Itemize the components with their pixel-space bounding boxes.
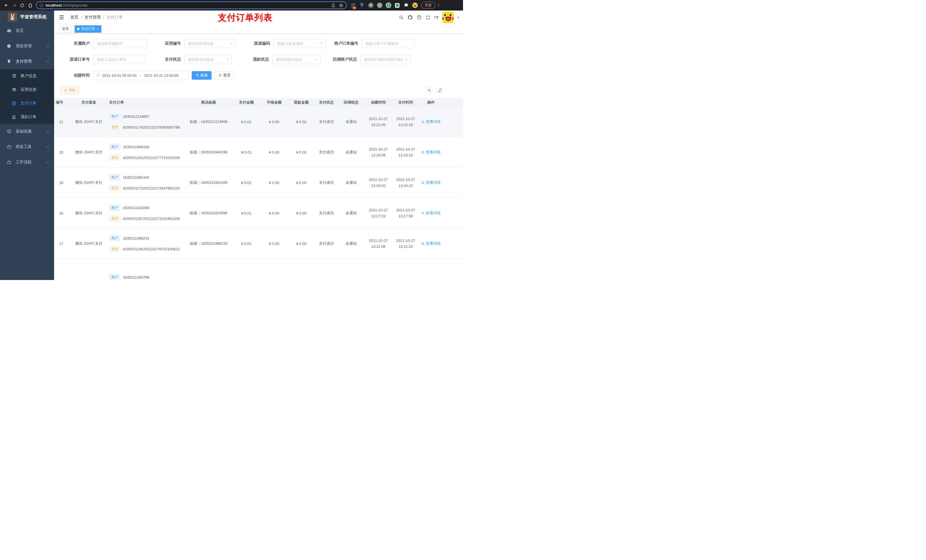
view-detail-link[interactable]: 查看详情: [421, 180, 440, 185]
cell-notify-status: 未通知: [338, 211, 365, 216]
cell-amount: ¥ 0.01: [232, 120, 260, 124]
sidebar-item-workflow[interactable]: 工作流程: [0, 154, 54, 170]
browser-update-button[interactable]: 更新: [421, 2, 436, 9]
extension-chat-icon[interactable]: [394, 3, 400, 8]
view-detail-link[interactable]: 查看详情: [421, 119, 440, 124]
app-select[interactable]: [184, 39, 236, 48]
pay-status-select[interactable]: [184, 55, 232, 64]
cell-pay-time: 2021-10-2713:11:15: [392, 238, 419, 249]
view-detail-link[interactable]: 查看详情: [421, 211, 440, 216]
table-row[interactable]: 17 微信 JSAPI 支付 商户1635311468233 支付4200001…: [54, 228, 463, 259]
browser-reload-button[interactable]: [18, 2, 26, 9]
channel-code-select[interactable]: [273, 39, 326, 48]
table-row[interactable]: 21 微信 JSAPI 支付 商户1635312124657 支付4200001…: [54, 107, 463, 137]
extension-dot-icon[interactable]: [377, 3, 383, 8]
font-size-icon[interactable]: TT: [434, 15, 439, 20]
sidebar-item-system[interactable]: 系统管理: [0, 38, 54, 54]
briefcase-icon: [6, 160, 11, 165]
pay-tag: 支付: [109, 216, 121, 222]
app-label: 应用编号: [147, 41, 184, 46]
sidebar-item-pay-order[interactable]: 支付订单: [0, 97, 54, 110]
breadcrumb-pay[interactable]: 支付管理: [85, 15, 100, 20]
col-create-time: 创建时间: [365, 100, 392, 105]
cell-refund: ¥ 0.00: [287, 181, 315, 185]
export-button[interactable]: 导出: [60, 86, 79, 94]
table-row[interactable]: 20 微信 JSAPI 支付 商户1635311949168 支付4200001…: [54, 137, 463, 168]
view-detail-link[interactable]: 查看详情: [421, 241, 440, 246]
sidebar-item-refund-order[interactable]: 退款订单: [0, 110, 54, 124]
avatar-caret-icon[interactable]: ▾: [457, 16, 459, 20]
refund-status-input[interactable]: [272, 55, 321, 64]
date-range-picker[interactable]: 2021-10-01 00:00:00 - 2021-10-31 23:59:5…: [93, 71, 189, 80]
cell-channel: 微信 JSAPI 支付: [68, 211, 109, 216]
extensions-puzzle-icon[interactable]: [403, 3, 409, 8]
sidebar-item-merchant-info[interactable]: 商户信息: [0, 69, 54, 83]
cell-amount: ¥ 0.01: [232, 211, 260, 216]
table-row[interactable]: 19 微信 JSAPI 支付 商户1635311881440 支付4200001…: [54, 168, 463, 198]
refund-status-select[interactable]: [272, 55, 321, 64]
sidebar-item-dev-tools[interactable]: 研发工具: [0, 139, 54, 154]
notify-status-select[interactable]: [360, 55, 410, 64]
cell-order: 商户1635311354796: [109, 259, 185, 280]
bookmark-star-icon[interactable]: [339, 3, 343, 8]
filter-row-2: 渠道订单号 支付状态 退款状态 回调商户状态: [54, 55, 463, 64]
cell-pay-time: 2021-10-2713:22:15: [392, 116, 419, 128]
channel-order-input[interactable]: [93, 55, 145, 64]
tag-home[interactable]: 首页: [59, 25, 71, 33]
app-select-input[interactable]: [184, 39, 236, 48]
browser-menu-icon[interactable]: [438, 3, 439, 7]
merchant-order-input[interactable]: [362, 39, 415, 48]
view-detail-link[interactable]: 查看详情: [421, 150, 440, 155]
browser-home-button[interactable]: [26, 2, 34, 9]
table-row-partial[interactable]: 商户1635311354796: [54, 259, 463, 280]
show-search-icon[interactable]: [426, 87, 433, 94]
pay-status-input[interactable]: [184, 55, 232, 64]
cell-refund: ¥ 0.00: [287, 120, 315, 124]
tag-close-icon[interactable]: ×: [97, 27, 99, 31]
extension-grid-icon[interactable]: 10: [350, 3, 356, 8]
table-row[interactable]: 18 微信 JSAPI 支付 商户1635311823086 支付4200001…: [54, 198, 463, 228]
notify-status-input[interactable]: [360, 55, 410, 64]
browser-forward-button[interactable]: [10, 2, 18, 9]
tag-pay-order[interactable]: 支付订单 ×: [75, 25, 101, 33]
col-amount: 支付金额: [232, 100, 260, 105]
fullscreen-icon[interactable]: [425, 15, 430, 20]
reset-button[interactable]: 重置: [215, 71, 235, 80]
extension-emoji-icon[interactable]: [412, 3, 418, 8]
channel-code-input[interactable]: [273, 39, 326, 48]
address-bar[interactable]: localhost:1024/pay/order: [36, 2, 347, 9]
share-icon[interactable]: [331, 3, 336, 8]
cell-notify-status: 未通知: [338, 180, 365, 185]
col-channel: 支付渠道: [68, 100, 109, 105]
help-icon[interactable]: [416, 15, 422, 20]
sidebar-item-infra[interactable]: 基础设施: [0, 124, 54, 139]
search-button[interactable]: 搜索: [192, 71, 212, 80]
sidebar-item-payment[interactable]: ¥ 支付管理: [0, 54, 54, 69]
cell-amount: ¥ 0.01: [232, 242, 260, 246]
user-avatar[interactable]: [442, 12, 454, 23]
browser-back-button[interactable]: [2, 2, 10, 9]
sidebar-fold-icon[interactable]: [56, 12, 67, 23]
refresh-icon[interactable]: [437, 87, 443, 94]
sidebar-logo[interactable]: 🐰 芋道管理系统: [0, 11, 54, 23]
sidebar-item-home[interactable]: 首页: [0, 23, 54, 38]
extension-kite-icon[interactable]: [359, 3, 365, 8]
cell-amount: ¥ 0.01: [232, 181, 260, 185]
col-id: 编号: [54, 100, 68, 105]
yen-circle-icon: [12, 101, 17, 106]
pay-tag: 支付: [109, 124, 121, 130]
cell-pay-status: 支付成功: [315, 180, 338, 185]
date-start: 2021-10-01 00:00:00: [102, 73, 137, 78]
github-icon[interactable]: [407, 15, 413, 20]
merchant-input[interactable]: [93, 39, 147, 48]
extension-command-icon[interactable]: ⌘: [368, 3, 374, 8]
extension-y-icon[interactable]: Y: [386, 3, 391, 8]
search-icon[interactable]: [399, 15, 404, 20]
url-text: localhost:1024/pay/order: [45, 3, 328, 8]
cell-id: 18: [54, 211, 68, 216]
col-action: 操作: [419, 100, 443, 105]
site-info-icon[interactable]: [39, 3, 43, 8]
cell-title: 标题：1635311468233: [185, 241, 232, 246]
sidebar-item-app-info[interactable]: 应用信息: [0, 83, 54, 97]
breadcrumb-home[interactable]: 首页: [70, 15, 78, 20]
